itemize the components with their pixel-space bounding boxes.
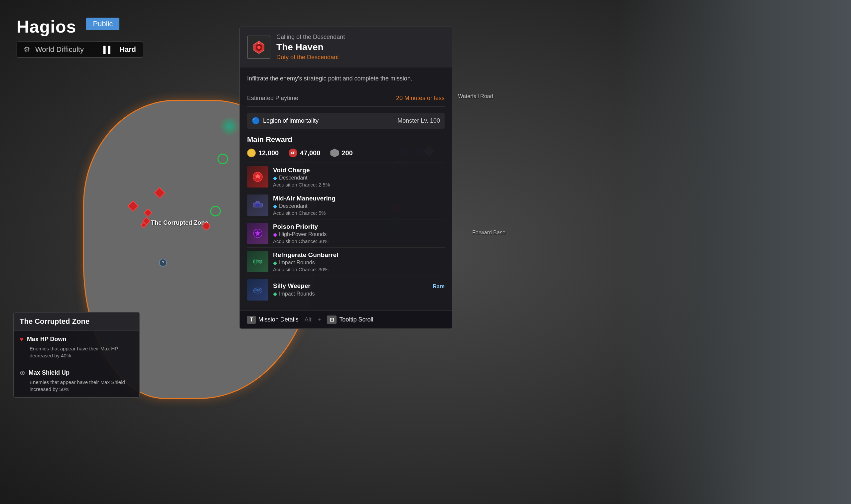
mission-key-badge: T — [247, 316, 256, 324]
heart-icon: ♥ — [20, 336, 24, 343]
reward-thumb-2 — [247, 223, 268, 244]
map-marker-4[interactable] — [146, 221, 152, 227]
reward-item-2: Poison Priority ◆ High-Power Rounds Acqu… — [247, 219, 445, 247]
mission-body: Infiltrate the enemy's strategic point a… — [240, 68, 452, 310]
shield-value: 200 — [341, 149, 353, 157]
header: Hagios Public ⚙ World Difficulty ▌▌ Hard — [17, 17, 143, 57]
zone-effect-0: ♥ Max HP Down Enemies that appear have t… — [14, 330, 139, 364]
reward-type-4: ◆ Impact Rounds — [273, 291, 445, 297]
main-reward-title: Main Reward — [247, 135, 445, 144]
mission-description: Infiltrate the enemy's strategic point a… — [247, 74, 445, 83]
reward-thumb-0 — [247, 166, 268, 187]
playtime-label: Estimated Playtime — [247, 95, 298, 102]
faction-row: 🔵 Legion of Immortality Monster Lv. 100 — [247, 113, 445, 129]
currency-xp: XP 47,000 — [289, 149, 320, 157]
reward-name-0: Void Charge — [273, 166, 445, 174]
mission-details-btn[interactable]: T Mission Details — [247, 316, 299, 324]
reward-item-3: Refrigerate Gunbarrel ◆ Impact Rounds Ac… — [247, 247, 445, 276]
reward-type-3: ◆ Impact Rounds — [273, 260, 445, 266]
reward-info-3: Refrigerate Gunbarrel ◆ Impact Rounds Ac… — [273, 251, 445, 272]
tooltip-scroll-btn[interactable]: ⊡ Tooltip Scroll — [327, 316, 373, 324]
reward-info-2: Poison Priority ◆ High-Power Rounds Acqu… — [273, 223, 445, 244]
reward-dot-2: ◆ — [273, 231, 277, 238]
reward-rarity-4: Rare — [433, 284, 445, 290]
reward-dot-0: ◆ — [273, 175, 277, 181]
map-marker-5[interactable] — [206, 226, 213, 233]
forward-base-label: Forward Base — [472, 230, 506, 236]
server-name: Hagios — [17, 17, 76, 37]
mission-category: Calling of the Descendant — [276, 34, 445, 40]
difficulty-value: Hard — [119, 45, 136, 54]
footer-separator: Alt — [305, 316, 312, 323]
zone-effect-header-0: ♥ Max HP Down — [20, 336, 134, 343]
faction-name: Legion of Immortality — [263, 118, 319, 124]
svg-point-12 — [259, 260, 262, 263]
reward-info-1: Mid-Air Maneuvering ◆ Descendant Acquisi… — [273, 195, 445, 216]
playtime-value: 20 Minutes or less — [396, 95, 445, 102]
reward-thumb-4 — [247, 279, 268, 301]
tooltip-scroll-label: Tooltip Scroll — [339, 316, 373, 323]
difficulty-icon: ⚙ — [24, 45, 30, 54]
reward-info-0: Void Charge ◆ Descendant Acquisition Cha… — [273, 166, 445, 187]
map-marker-green-1[interactable] — [223, 159, 233, 169]
reward-chance-1: Acquisition Chance: 5% — [273, 210, 445, 216]
mission-details-label: Mission Details — [259, 316, 299, 323]
map-marker-1[interactable] — [160, 193, 167, 201]
reward-item-0: Void Charge ◆ Descendant Acquisition Cha… — [247, 163, 445, 191]
map-marker-6[interactable] — [141, 223, 146, 228]
reward-category-1: Descendant — [279, 203, 307, 209]
effect-desc-0: Enemies that appear have their Max HP de… — [20, 345, 134, 359]
mission-icon — [247, 36, 270, 59]
footer-plus: + — [318, 316, 321, 323]
svg-rect-11 — [254, 259, 256, 264]
zone-effect-header-1: ⊕ Max Shield Up — [20, 369, 134, 377]
faction-icon: 🔵 — [252, 117, 260, 125]
mission-name: The Haven — [276, 42, 445, 53]
mission-footer: T Mission Details Alt + ⊡ Tooltip Scroll — [240, 310, 452, 328]
reward-name-3: Refrigerate Gunbarrel — [273, 251, 445, 259]
xp-icon: XP — [289, 149, 297, 157]
difficulty-bar[interactable]: ⚙ World Difficulty ▌▌ Hard — [17, 41, 143, 57]
xp-value: 47,000 — [300, 149, 320, 157]
reward-category-4: Impact Rounds — [279, 291, 315, 297]
zone-title: The Corrupted Zone — [14, 312, 139, 330]
reward-chance-3: Acquisition Chance: 30% — [273, 267, 445, 272]
reward-name-4: Silly Weeper — [273, 282, 311, 290]
coin-icon — [247, 149, 256, 157]
reward-thumb-3 — [247, 251, 268, 272]
mission-duty: Duty of the Descendant — [276, 54, 445, 61]
reward-currencies: 12,000 XP 47,000 200 — [247, 149, 445, 157]
currency-coin: 12,000 — [247, 149, 279, 157]
effect-name-0: Max HP Down — [27, 336, 67, 343]
svg-point-14 — [255, 289, 260, 291]
road-label-waterfall: Waterfall Road — [458, 93, 493, 100]
map-marker-green-2[interactable] — [215, 211, 226, 222]
difficulty-bars-icon: ▌▌ — [103, 46, 113, 54]
shield-effect-icon: ⊕ — [20, 369, 25, 377]
effect-desc-1: Enemies that appear have their Max Shiel… — [20, 379, 134, 393]
reward-type-2: ◆ High-Power Rounds — [273, 231, 445, 238]
svg-point-5 — [258, 42, 260, 44]
zone-effect-1: ⊕ Max Shield Up Enemies that appear have… — [14, 364, 139, 397]
shield-icon — [330, 149, 339, 157]
public-button[interactable]: Public — [86, 18, 119, 30]
right-terrain — [618, 0, 851, 504]
mission-title-block: Calling of the Descendant The Haven Duty… — [276, 34, 445, 61]
reward-category-2: High-Power Rounds — [279, 231, 326, 237]
reward-category-3: Impact Rounds — [279, 260, 315, 266]
reward-item-1: Mid-Air Maneuvering ◆ Descendant Acquisi… — [247, 191, 445, 219]
reward-thumb-1 — [247, 195, 268, 216]
reward-name-1: Mid-Air Maneuvering — [273, 195, 445, 202]
map-marker-2[interactable] — [133, 206, 141, 214]
reward-category-0: Descendant — [279, 175, 307, 181]
reward-chance-2: Acquisition Chance: 30% — [273, 238, 445, 244]
zone-panel: The Corrupted Zone ♥ Max HP Down Enemies… — [13, 312, 140, 398]
reward-type-0: ◆ Descendant — [273, 175, 445, 181]
reward-type-1: ◆ Descendant — [273, 203, 445, 210]
difficulty-label: World Difficulty — [35, 45, 99, 54]
map-marker-question-1[interactable]: ? — [163, 263, 171, 271]
map-zone-label: The Corrupted Zone — [151, 219, 208, 227]
reward-dot-3: ◆ — [273, 260, 277, 266]
map-marker-3[interactable] — [148, 213, 154, 219]
tooltip-key-badge: ⊡ — [327, 316, 337, 324]
